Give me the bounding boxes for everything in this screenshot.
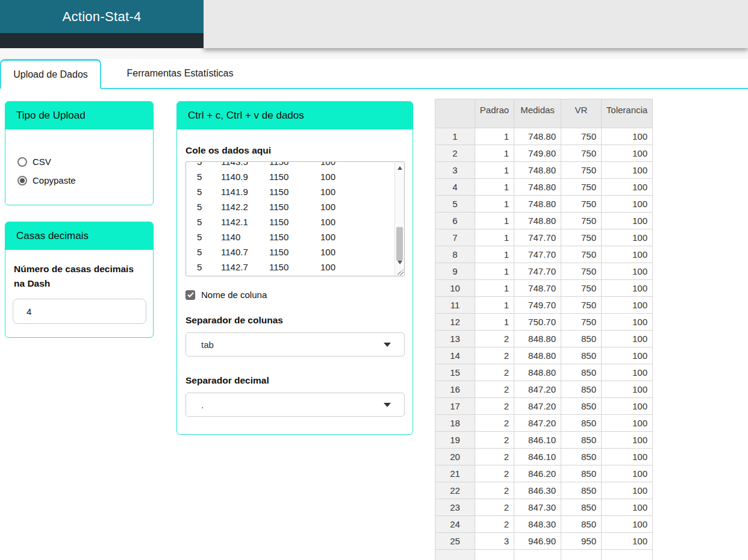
table-cell: 2 xyxy=(475,432,514,449)
table-cell: 850 xyxy=(561,432,602,449)
table-cell: 850 xyxy=(561,499,602,516)
table-cell: 748.80 xyxy=(514,196,561,213)
row-index-cell: 14 xyxy=(435,347,475,364)
table-cell: 100 xyxy=(602,347,653,364)
row-index-cell: 8 xyxy=(435,246,475,263)
row-index-cell: 7 xyxy=(435,229,475,246)
table-row: 101748.70750100 xyxy=(435,280,653,297)
table-cell xyxy=(561,550,602,560)
tab-upload-de-dados[interactable]: Upload de Dados xyxy=(0,59,101,89)
table-cell: 100 xyxy=(602,179,653,196)
table-row: 172847.20850100 xyxy=(435,398,653,415)
table-cell: 748.80 xyxy=(514,162,561,179)
upload-type-card-title: Tipo de Upload xyxy=(16,110,86,122)
app-header: Action-Stat-4 xyxy=(0,0,204,33)
column-name-checkbox-row[interactable]: Nome de coluna xyxy=(185,290,404,300)
table-cell: 100 xyxy=(602,213,653,229)
row-index-cell: 2 xyxy=(435,145,475,162)
table-cell: 946.90 xyxy=(514,533,561,550)
row-index-cell: 3 xyxy=(435,162,475,179)
table-cell: 2 xyxy=(475,499,514,516)
row-index-cell: 16 xyxy=(435,381,475,398)
table-cell: 1 xyxy=(475,229,514,246)
table-cell: 850 xyxy=(561,415,602,432)
decimals-card-header: Casas decimais xyxy=(5,222,153,250)
table-row: 71747.70750100 xyxy=(435,229,653,246)
table-cell: 850 xyxy=(561,516,602,533)
table-cell: 100 xyxy=(602,263,653,280)
header-gray-panel xyxy=(204,0,748,48)
scrollbar-thumb[interactable] xyxy=(396,227,403,261)
table-cell: 750 xyxy=(561,128,602,145)
tab-ferramentas-estatisticas[interactable]: Ferramentas Estatísticas xyxy=(101,59,259,88)
decimals-input[interactable]: 4 xyxy=(13,299,146,324)
decimal-separator-label: Separador decimal xyxy=(185,375,404,386)
table-row: 192846.10850100 xyxy=(435,432,653,449)
table-cell: 748.70 xyxy=(514,280,561,297)
table-cell: 1 xyxy=(475,314,514,331)
row-index-cell: 15 xyxy=(435,364,475,381)
decimal-separator-dropdown[interactable]: . xyxy=(185,393,405,417)
table-cell: 850 xyxy=(561,364,602,381)
table-cell: 748.80 xyxy=(514,213,561,229)
table-cell: 850 xyxy=(561,449,602,465)
column-header: Padrao xyxy=(475,99,514,128)
row-index-cell xyxy=(435,550,475,560)
table-cell: 846.10 xyxy=(514,449,561,465)
radio-selected-icon[interactable] xyxy=(17,176,27,185)
app-window: Action-Stat-4 Upload de Dados Ferramenta… xyxy=(0,0,748,560)
radio-option-csv[interactable]: CSV xyxy=(17,152,153,171)
row-index-cell: 6 xyxy=(435,213,475,229)
data-table-body: 11748.8075010021749.8075010031748.807501… xyxy=(435,128,653,560)
checkbox-checked-icon[interactable] xyxy=(185,290,195,300)
table-cell: 100 xyxy=(602,415,653,432)
scroll-down-button[interactable] xyxy=(395,258,405,267)
table-cell: 2 xyxy=(475,381,514,398)
table-cell: 850 xyxy=(561,465,602,482)
table-row: 242848.30850100 xyxy=(435,516,653,533)
header-dark-bar xyxy=(0,33,204,48)
paste-textarea[interactable]: 51143.5115010051140.9115010051141.911501… xyxy=(185,161,405,276)
table-cell: 2 xyxy=(475,482,514,499)
paste-textarea-label: Cole os dados aqui xyxy=(185,145,404,156)
table-row: 182847.20850100 xyxy=(435,415,653,432)
table-cell: 100 xyxy=(602,314,653,331)
table-cell: 749.70 xyxy=(514,297,561,314)
scroll-up-button[interactable] xyxy=(395,163,405,173)
row-index-cell: 10 xyxy=(435,280,475,297)
table-cell: 100 xyxy=(602,516,653,533)
row-index-cell: 5 xyxy=(435,196,475,213)
row-index-cell: 20 xyxy=(435,449,475,465)
table-row: 21749.80750100 xyxy=(435,145,653,162)
table-cell: 100 xyxy=(602,145,653,162)
table-cell: 750 xyxy=(561,179,602,196)
table-cell: 848.80 xyxy=(514,347,561,364)
table-cell: 100 xyxy=(602,297,653,314)
textarea-line: 511401150100 xyxy=(186,229,404,244)
table-row: 202846.10850100 xyxy=(435,449,653,465)
table-cell: 850 xyxy=(561,398,602,415)
column-name-checkbox-label: Nome de coluna xyxy=(201,290,267,300)
radio-option-copypaste[interactable]: Copypaste xyxy=(17,171,153,190)
radio-icon[interactable] xyxy=(17,157,27,167)
table-cell: 100 xyxy=(602,364,653,381)
textarea-scrollbar[interactable] xyxy=(394,162,404,276)
table-cell: 750 xyxy=(561,280,602,297)
row-index-cell: 23 xyxy=(435,499,475,516)
row-index-cell: 19 xyxy=(435,432,475,449)
row-index-cell: 12 xyxy=(435,314,475,331)
column-separator-value: tab xyxy=(201,340,214,350)
resize-handle[interactable] xyxy=(397,269,404,275)
table-cell xyxy=(475,550,514,560)
table-cell: 850 xyxy=(561,347,602,364)
table-cell: 1 xyxy=(475,196,514,213)
table-cell: 100 xyxy=(602,128,653,145)
table-cell: 100 xyxy=(602,465,653,482)
decimals-label: Número de casas decimais na Dash xyxy=(5,250,153,291)
table-row: 152848.80850100 xyxy=(435,364,653,381)
table-cell: 847.20 xyxy=(514,415,561,432)
table-row: 111749.70750100 xyxy=(435,297,653,314)
column-separator-dropdown[interactable]: tab xyxy=(185,332,405,356)
upload-type-card-header: Tipo de Upload xyxy=(5,102,153,129)
table-cell: 850 xyxy=(561,482,602,499)
